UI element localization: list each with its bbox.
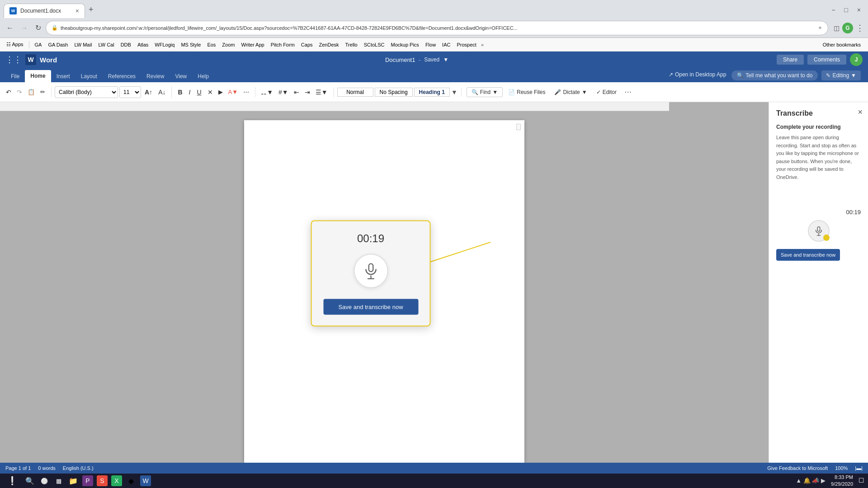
editor-btn[interactable]: ✓ Editor <box>593 88 620 97</box>
profile-avatar[interactable]: J <box>850 53 863 66</box>
bookmark-flow[interactable]: Flow <box>423 41 439 48</box>
bookmark-lw-cal[interactable]: LW Cal <box>95 41 117 48</box>
bookmark-caps[interactable]: Caps <box>298 41 316 48</box>
format-painter-btn[interactable]: ✏ <box>38 87 47 97</box>
bookmark-zoom[interactable]: Zoom <box>219 41 237 48</box>
styles-expand-btn[interactable]: ▼ <box>451 89 458 96</box>
bookmark-ms-style[interactable]: MS Style <box>178 41 203 48</box>
dictate-btn[interactable]: 🎤 Dictate ▼ <box>551 88 590 97</box>
forward-btn[interactable]: → <box>18 22 31 34</box>
highlight-btn[interactable]: ▶ <box>216 87 225 97</box>
font-name-select[interactable]: Calibri (Body) <box>55 86 118 98</box>
bookmark-writer-app[interactable]: Writer App <box>238 41 267 48</box>
taskbar-file-explorer-icon[interactable]: 📁 <box>68 475 79 486</box>
popup-save-button[interactable]: Save and transcribe now <box>323 299 418 315</box>
tell-me-container[interactable]: 🔍 Tell me what you want to do <box>731 70 818 80</box>
bookmark-prospect[interactable]: Prospect <box>454 41 479 48</box>
saved-dropdown-icon[interactable]: ▼ <box>443 56 448 63</box>
minimize-btn[interactable]: − <box>828 5 839 14</box>
undo-btn[interactable]: ↶ <box>4 87 14 97</box>
extensions-icon[interactable]: ◫ <box>834 24 840 32</box>
bookmark-lw-mail[interactable]: LW Mail <box>71 41 94 48</box>
strikethrough-btn[interactable]: ✕ <box>205 87 215 97</box>
address-bar[interactable]: 🔒 theaboutgroup-my.sharepoint.com/:w:/r/… <box>46 21 828 35</box>
comments-button[interactable]: Comments <box>807 55 846 65</box>
zoom-slider[interactable]: |▬| <box>855 465 863 471</box>
bookmark-wflogiq[interactable]: WFLogiq <box>152 41 177 48</box>
tab-help[interactable]: Help <box>192 70 214 82</box>
bookmark-ga-dash[interactable]: GA Dash <box>45 41 71 48</box>
other-bookmarks[interactable]: Other bookmarks <box>819 41 864 48</box>
tab-review[interactable]: Review <box>141 70 170 82</box>
new-tab-button[interactable]: + <box>85 3 97 16</box>
profile-icon[interactable]: G <box>842 23 853 33</box>
font-size-select[interactable]: 11 <box>119 86 141 98</box>
find-btn[interactable]: 🔍 Find ▼ <box>467 87 503 97</box>
align-btn[interactable]: ☰▼ <box>313 87 330 97</box>
no-spacing-style[interactable]: No Spacing <box>375 88 413 97</box>
numbering-btn[interactable]: #▼ <box>276 87 291 97</box>
refresh-btn[interactable]: ↻ <box>33 22 44 34</box>
tab-insert[interactable]: Insert <box>51 70 75 82</box>
share-button[interactable]: Share <box>777 55 804 65</box>
popup-mic-button[interactable] <box>354 254 388 288</box>
bookmark-mockup-pics[interactable]: Mockup Pics <box>388 41 422 48</box>
bookmark-atlas[interactable]: Atlas <box>135 41 151 48</box>
bookmark-sctolsc[interactable]: SCtoLSC <box>361 41 387 48</box>
bullets-btn[interactable]: ⚋▼ <box>259 87 275 97</box>
taskbar-app-icon-4[interactable]: W <box>140 475 151 486</box>
taskbar-chrome-icon[interactable]: ◆ <box>126 475 137 486</box>
save-transcribe-tooltip[interactable]: Save and transcribe now <box>776 249 840 261</box>
taskbar-cortana-icon[interactable]: ⚪ <box>39 475 50 486</box>
taskbar-notification-icon[interactable]: ☐ <box>859 476 864 485</box>
reuse-files-btn[interactable]: 📄 Reuse Files <box>505 88 549 97</box>
underline-btn[interactable]: U <box>194 87 204 97</box>
normal-style[interactable]: Normal <box>337 88 373 97</box>
bookmark-zendesk[interactable]: ZenDesk <box>316 41 342 48</box>
italic-btn[interactable]: I <box>186 87 193 97</box>
bookmark-iac[interactable]: IAC <box>439 41 453 48</box>
feedback-link[interactable]: Give Feedback to Microsoft <box>767 465 828 471</box>
tab-home[interactable]: Home <box>25 70 51 82</box>
outdent-btn[interactable]: ⇤ <box>292 87 302 97</box>
close-tab-icon[interactable]: × <box>75 7 79 14</box>
chrome-menu-icon[interactable]: ⋮ <box>856 23 864 33</box>
indent-btn[interactable]: ⇥ <box>302 87 312 97</box>
paste-btn[interactable]: 📋 <box>25 87 37 97</box>
transcribe-close-btn[interactable]: × <box>858 108 863 117</box>
more-tools-btn[interactable]: ⋯ <box>622 86 634 98</box>
tab-file[interactable]: File <box>5 70 25 82</box>
back-btn[interactable]: ← <box>4 22 16 34</box>
taskbar-app-icon-3[interactable]: X <box>111 475 122 486</box>
font-color-btn[interactable]: A▼ <box>226 87 241 97</box>
bold-btn[interactable]: B <box>175 87 185 97</box>
bookmark-eos[interactable]: Eos <box>204 41 218 48</box>
bookmark-chevron[interactable]: » <box>481 42 484 47</box>
bookmark-trello[interactable]: Trello <box>343 41 360 48</box>
taskbar-app-icon-1[interactable]: P <box>82 475 93 486</box>
star-icon[interactable]: ★ <box>818 25 822 31</box>
taskbar-app-icon-2[interactable]: S <box>97 475 108 486</box>
tab-references[interactable]: References <box>103 70 141 82</box>
browser-tab[interactable]: W Document1.docx × <box>4 4 85 18</box>
taskbar-task-view-icon[interactable]: ▩ <box>53 475 64 486</box>
bookmark-ga[interactable]: GA <box>32 41 45 48</box>
grid-icon[interactable]: ⋮⋮ <box>5 55 22 65</box>
grow-font-btn[interactable]: A↑ <box>142 87 155 97</box>
bookmark-apps[interactable]: ☷ Apps <box>4 41 26 48</box>
heading1-style[interactable]: Heading 1 <box>414 88 450 97</box>
open-desktop-app[interactable]: ↗ Open in Desktop App <box>663 69 731 80</box>
tab-view[interactable]: View <box>170 70 192 82</box>
maximize-btn[interactable]: □ <box>840 5 851 14</box>
taskbar-search-icon[interactable]: 🔍 <box>24 475 35 486</box>
bookmark-pitch-form[interactable]: Pitch Form <box>268 41 297 48</box>
start-button[interactable]: ❕ <box>4 475 21 487</box>
tab-layout[interactable]: Layout <box>75 70 103 82</box>
redo-btn[interactable]: ↷ <box>14 87 24 97</box>
bookmark-ddb[interactable]: DDB <box>118 41 134 48</box>
shrink-font-btn[interactable]: A↓ <box>156 87 168 97</box>
close-btn[interactable]: × <box>854 5 864 14</box>
more-format-btn[interactable]: ⋯ <box>241 87 251 97</box>
editing-dropdown[interactable]: ✎ Editing ▼ <box>821 70 861 80</box>
document-area[interactable]: 00:19 Save and transcribe now <box>0 102 769 463</box>
